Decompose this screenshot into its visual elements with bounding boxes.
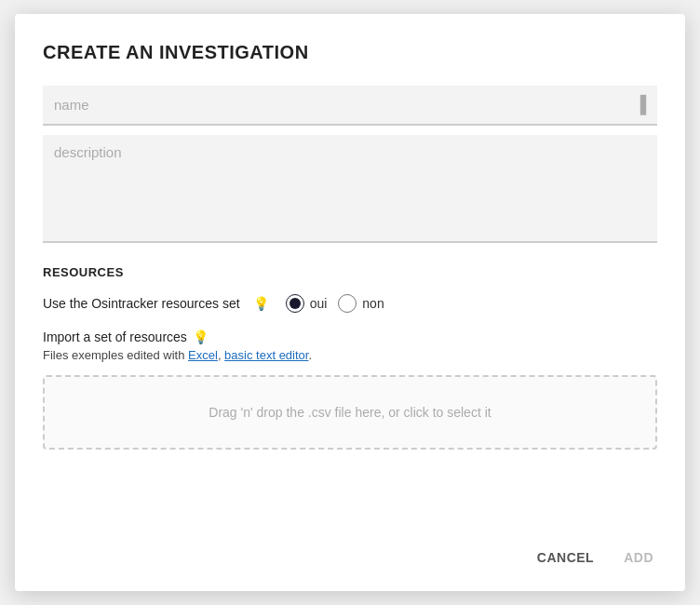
non-radio-option[interactable]: non — [338, 294, 384, 313]
file-examples-suffix: . — [308, 348, 312, 362]
lightbulb-icon-osintracker: 💡 — [253, 296, 269, 311]
description-input[interactable] — [54, 144, 646, 228]
csv-dropzone[interactable]: Drag 'n' drop the .csv file here, or cli… — [43, 375, 657, 450]
osintracker-row-text: Use the Osintracker resources set — [43, 296, 240, 311]
non-label: non — [362, 296, 384, 311]
create-investigation-dialog: CREATE AN INVESTIGATION ▐ RESOURCES Use … — [15, 14, 685, 591]
lightbulb-icon-import: 💡 — [193, 329, 209, 344]
dialog-footer: CANCEL ADD — [43, 533, 657, 572]
dialog-title: CREATE AN INVESTIGATION — [43, 42, 657, 63]
excel-link[interactable]: Excel — [188, 348, 218, 362]
non-radio-input[interactable] — [338, 294, 357, 313]
oui-radio-option[interactable]: oui — [286, 294, 328, 313]
dropzone-text: Drag 'n' drop the .csv file here, or cli… — [209, 405, 491, 420]
import-row: Import a set of resources 💡 — [43, 329, 657, 344]
file-examples-text: Files exemples edited with Excel, basic … — [43, 348, 657, 362]
file-examples-prefix: Files exemples edited with — [43, 348, 188, 362]
add-button[interactable]: ADD — [620, 543, 657, 572]
description-field-wrapper — [43, 135, 657, 243]
oui-non-radio-group: oui non — [286, 294, 384, 313]
import-section: Import a set of resources 💡 Files exempl… — [43, 329, 657, 362]
resources-section-label: RESOURCES — [43, 265, 657, 279]
basic-text-editor-link[interactable]: basic text editor — [224, 348, 308, 362]
osintracker-resources-row: Use the Osintracker resources set 💡 oui … — [43, 294, 657, 313]
oui-label: oui — [310, 296, 328, 311]
input-lines-icon: ▐ — [634, 95, 646, 114]
name-input[interactable] — [54, 97, 626, 113]
cancel-button[interactable]: CANCEL — [533, 543, 598, 572]
name-field-wrapper: ▐ — [43, 86, 657, 126]
import-text: Import a set of resources — [43, 329, 187, 344]
oui-radio-input[interactable] — [286, 294, 304, 313]
